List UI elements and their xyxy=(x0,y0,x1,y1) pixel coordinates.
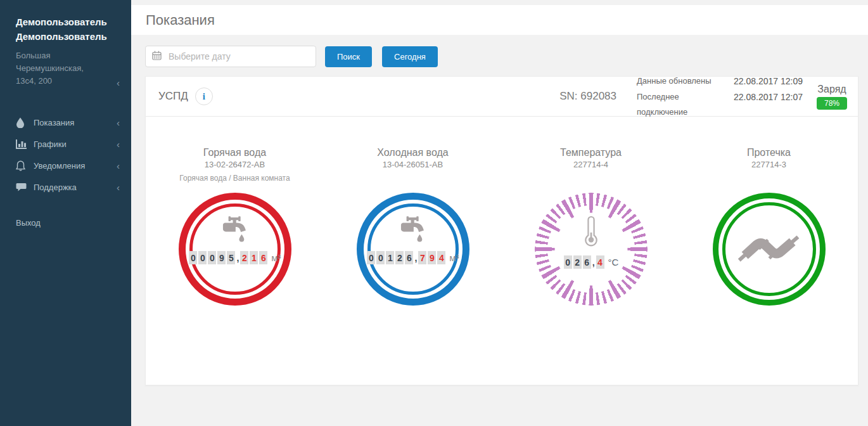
meter-unit: м³ xyxy=(271,252,281,263)
meter-digit: 7 xyxy=(418,251,426,264)
page-header: Показания xyxy=(131,5,868,35)
meter-serial: 13-02-26472-АВ xyxy=(179,160,290,169)
meter-digit: 5 xyxy=(227,251,235,264)
decimal-separator: , xyxy=(236,253,239,263)
meter-title: Горячая вода xyxy=(179,147,290,158)
last-connection-label: Последнее подключение xyxy=(637,89,732,119)
meter-digit: 9 xyxy=(428,251,436,264)
meters-row: Горячая вода 13-02-26472-АВ Горячая вода… xyxy=(146,117,858,306)
faucet-icon xyxy=(219,216,252,243)
battery-badge: 78% xyxy=(817,97,847,110)
sidebar-item-label: Графики xyxy=(34,139,117,149)
meter-hot-water: Горячая вода 13-02-26472-АВ Горячая вода… xyxy=(146,147,324,306)
serial-number: SN: 692083 xyxy=(559,90,616,103)
bell-icon xyxy=(16,160,28,171)
meter-digit: 6 xyxy=(259,251,267,264)
meter-digit: 0 xyxy=(208,251,216,264)
meter-digit: 1 xyxy=(386,251,394,264)
meter-digit: 9 xyxy=(217,251,226,264)
meter-dial: 0 2 6 , 4 °C xyxy=(535,193,648,306)
last-connection-value: 22.08.2017 12:07 xyxy=(732,89,803,119)
chevron-left-icon: ‹ xyxy=(117,118,120,127)
meter-value: 0 0 0 9 5 , 2 1 6 м³ xyxy=(188,251,281,264)
meter-title: Температура xyxy=(560,147,622,158)
meter-digit: 0 xyxy=(367,251,375,264)
meter-temperature: Температура 227714-4 0 2 6 xyxy=(502,147,680,306)
battery-label: Заряд xyxy=(814,84,850,95)
logout-link[interactable]: Выход xyxy=(0,198,131,248)
user-address: Большая Черемушкинская, 13с4, 200 xyxy=(16,49,105,87)
meter-dial xyxy=(713,193,826,306)
meter-digit: 2 xyxy=(395,251,404,264)
chat-icon xyxy=(16,183,28,192)
meter-dial: 0 0 0 9 5 , 2 1 6 м³ xyxy=(179,193,291,306)
meter-digit: 0 xyxy=(564,255,572,269)
meter-digit: 4 xyxy=(596,255,604,269)
updated-label: Данные обновлены xyxy=(637,74,732,89)
meter-location: Горячая вода / Ванная комната xyxy=(179,174,290,183)
meter-digit: 4 xyxy=(437,251,445,264)
sidebar-item-support[interactable]: Поддержка ‹ xyxy=(0,177,131,198)
date-input[interactable] xyxy=(167,51,309,62)
droplet-icon xyxy=(16,117,28,128)
meter-digit: 6 xyxy=(405,251,413,264)
main-content: Показания Поиск Сегодня УСПД i SN: 69208… xyxy=(131,0,868,426)
device-card-header: УСПД i SN: 692083 Данные обновлены 22.08… xyxy=(146,77,858,117)
meter-cold-water: Холодная вода 13-04-26051-АВ 0 0 xyxy=(324,147,502,306)
sidebar-item-label: Показания xyxy=(34,118,117,127)
sidebar-item-readings[interactable]: Показания ‹ xyxy=(0,112,131,134)
sidebar-address-row[interactable]: Большая Черемушкинская, 13с4, 200 ‹ xyxy=(0,44,131,87)
meter-title: Холодная вода xyxy=(377,147,448,158)
thermometer-icon xyxy=(584,214,598,247)
device-title: УСПД xyxy=(158,90,188,103)
sidebar-item-charts[interactable]: Графики ‹ xyxy=(0,134,131,155)
sidebar-item-label: Уведомления xyxy=(34,161,117,171)
bar-chart-icon xyxy=(16,139,28,149)
meter-digit: 2 xyxy=(240,251,248,264)
chevron-left-icon: ‹ xyxy=(117,78,120,87)
toolbar: Поиск Сегодня xyxy=(145,46,868,67)
updated-value: 22.08.2017 12:09 xyxy=(732,74,803,89)
meter-value: 0 2 6 , 4 °C xyxy=(563,255,619,269)
user-name: Демопользователь Демопользователь xyxy=(0,15,131,44)
info-icon[interactable]: i xyxy=(195,87,213,105)
meter-digit: 6 xyxy=(583,255,591,269)
meter-leak: Протечка 227714-3 xyxy=(680,147,858,306)
sidebar-menu: Показания ‹ Графики ‹ Уведомления ‹ xyxy=(0,112,131,198)
meter-value: 0 0 1 2 6 , 7 9 4 м³ xyxy=(366,251,459,264)
chevron-left-icon: ‹ xyxy=(117,183,120,192)
sidebar-item-notifications[interactable]: Уведомления ‹ xyxy=(0,155,131,177)
meter-unit: м³ xyxy=(449,252,459,263)
sidebar-item-label: Поддержка xyxy=(34,183,117,192)
device-status-block: Данные обновлены 22.08.2017 12:09 Послед… xyxy=(637,74,803,119)
app-root: Демопользователь Демопользователь Больша… xyxy=(0,0,868,426)
meter-unit: °C xyxy=(608,257,619,268)
faucet-icon xyxy=(397,216,430,243)
meter-digit: 1 xyxy=(250,251,258,264)
sidebar: Демопользователь Демопользователь Больша… xyxy=(0,0,131,426)
meter-serial: 13-04-26051-АВ xyxy=(377,160,448,169)
meter-digit: 0 xyxy=(198,251,207,264)
decimal-separator: , xyxy=(414,253,417,263)
chevron-left-icon: ‹ xyxy=(117,161,120,171)
meter-dial: 0 0 1 2 6 , 7 9 4 м³ xyxy=(357,193,469,306)
meter-digit: 0 xyxy=(376,251,385,264)
pipe-icon xyxy=(737,228,801,271)
calendar-icon xyxy=(152,51,162,63)
meter-digit: 2 xyxy=(573,255,582,269)
battery-block: Заряд 78% xyxy=(814,84,850,110)
meter-digit: 0 xyxy=(189,251,197,264)
decimal-separator: , xyxy=(592,257,595,268)
meter-title: Протечка xyxy=(747,147,791,158)
meter-serial: 227714-4 xyxy=(560,160,622,169)
chevron-left-icon: ‹ xyxy=(117,139,120,149)
meter-serial: 227714-3 xyxy=(747,160,791,169)
page-title: Показания xyxy=(146,12,215,29)
today-button[interactable]: Сегодня xyxy=(382,46,438,67)
date-input-wrap xyxy=(145,46,316,67)
device-card: УСПД i SN: 692083 Данные обновлены 22.08… xyxy=(145,76,858,385)
search-button[interactable]: Поиск xyxy=(325,46,372,67)
